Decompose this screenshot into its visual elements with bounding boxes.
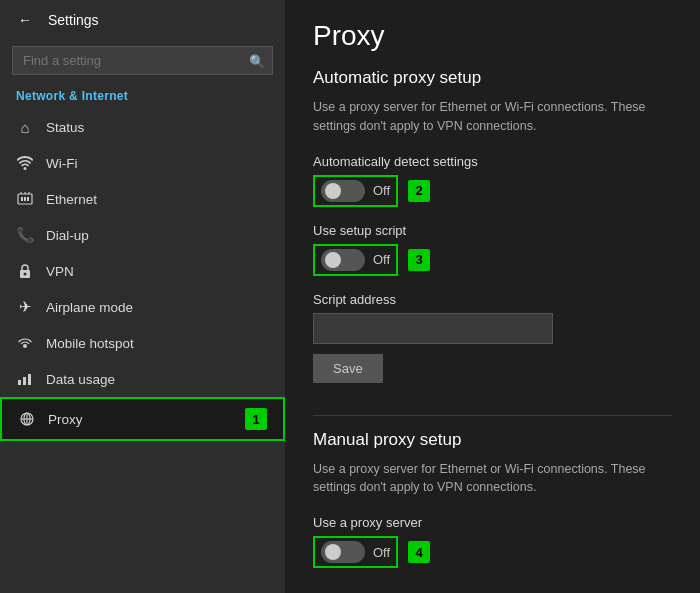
wifi-label: Wi-Fi: [46, 156, 77, 171]
sidebar-item-vpn[interactable]: VPN: [0, 253, 285, 289]
page-title: Proxy: [313, 20, 672, 52]
save-button[interactable]: Save: [313, 354, 383, 383]
hotspot-label: Mobile hotspot: [46, 336, 134, 351]
sidebar-item-wifi[interactable]: Wi-Fi: [0, 145, 285, 181]
svg-rect-2: [24, 197, 26, 201]
search-box[interactable]: 🔍: [12, 46, 273, 75]
datausage-icon: [16, 370, 34, 388]
auto-detect-toggle-box: Off: [313, 175, 398, 207]
use-proxy-value: Off: [373, 545, 390, 560]
badge-4: 4: [408, 541, 430, 563]
dialup-label: Dial-up: [46, 228, 89, 243]
status-label: Status: [46, 120, 84, 135]
back-button[interactable]: ←: [12, 10, 38, 30]
datausage-label: Data usage: [46, 372, 115, 387]
sidebar: ← Settings 🔍 Network & Internet ⌂ Status…: [0, 0, 285, 593]
vpn-label: VPN: [46, 264, 74, 279]
setup-script-row: Off 3: [313, 244, 672, 276]
hotspot-icon: [16, 334, 34, 352]
proxy-label: Proxy: [48, 412, 83, 427]
svg-rect-7: [18, 380, 21, 385]
ethernet-icon: [16, 190, 34, 208]
auto-detect-value: Off: [373, 183, 390, 198]
auto-detect-row: Off 2: [313, 175, 672, 207]
network-section-label: Network & Internet: [0, 85, 285, 109]
sidebar-item-proxy[interactable]: Proxy 1: [0, 397, 285, 441]
auto-detect-label: Automatically detect settings: [313, 154, 672, 169]
svg-rect-1: [21, 197, 23, 201]
auto-detect-toggle[interactable]: [321, 180, 365, 202]
badge-1: 1: [245, 408, 267, 430]
setup-script-value: Off: [373, 252, 390, 267]
svg-point-5: [24, 273, 27, 276]
use-proxy-label: Use a proxy server: [313, 515, 672, 530]
dialup-icon: 📞: [16, 226, 34, 244]
script-address-label: Script address: [313, 292, 672, 307]
use-proxy-row: Off 4: [313, 536, 672, 568]
main-content: Proxy Automatic proxy setup Use a proxy …: [285, 0, 700, 593]
sidebar-item-hotspot[interactable]: Mobile hotspot: [0, 325, 285, 361]
sidebar-item-ethernet[interactable]: Ethernet: [0, 181, 285, 217]
airplane-icon: ✈: [16, 298, 34, 316]
use-proxy-toggle[interactable]: [321, 541, 365, 563]
proxy-icon: [18, 410, 36, 428]
search-input[interactable]: [12, 46, 273, 75]
setup-script-toggle[interactable]: [321, 249, 365, 271]
wifi-icon: [16, 154, 34, 172]
manual-section-title: Manual proxy setup: [313, 430, 672, 450]
sidebar-item-datausage[interactable]: Data usage: [0, 361, 285, 397]
sidebar-item-status[interactable]: ⌂ Status: [0, 109, 285, 145]
sidebar-header: ← Settings: [0, 0, 285, 40]
setup-script-toggle-box: Off: [313, 244, 398, 276]
search-icon: 🔍: [249, 53, 265, 68]
settings-title: Settings: [48, 12, 99, 28]
svg-rect-8: [23, 377, 26, 385]
auto-description: Use a proxy server for Ethernet or Wi-Fi…: [313, 98, 672, 136]
setup-script-label: Use setup script: [313, 223, 672, 238]
svg-rect-3: [27, 197, 29, 201]
script-address-input[interactable]: [313, 313, 553, 344]
sidebar-item-dialup[interactable]: 📞 Dial-up: [0, 217, 285, 253]
ethernet-label: Ethernet: [46, 192, 97, 207]
divider: [313, 415, 672, 416]
auto-section-title: Automatic proxy setup: [313, 68, 672, 88]
status-icon: ⌂: [16, 118, 34, 136]
use-proxy-toggle-box: Off: [313, 536, 398, 568]
svg-rect-9: [28, 374, 31, 385]
sidebar-item-airplane[interactable]: ✈ Airplane mode: [0, 289, 285, 325]
badge-2: 2: [408, 180, 430, 202]
vpn-icon: [16, 262, 34, 280]
airplane-label: Airplane mode: [46, 300, 133, 315]
badge-3: 3: [408, 249, 430, 271]
manual-description: Use a proxy server for Ethernet or Wi-Fi…: [313, 460, 672, 498]
svg-point-6: [23, 344, 27, 348]
